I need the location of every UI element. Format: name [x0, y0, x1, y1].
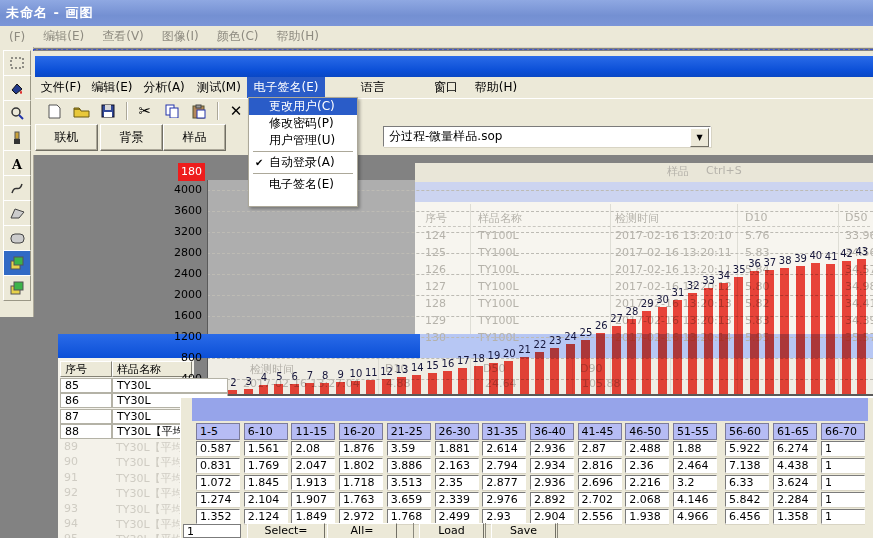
- sample-row-id[interactable]: 85: [60, 378, 112, 393]
- percent-cell[interactable]: 5.842: [725, 492, 769, 507]
- percent-cell[interactable]: 1.358: [773, 509, 817, 524]
- percent-cell[interactable]: 2.614: [482, 441, 526, 456]
- paint-menu-4[interactable]: 颜色(C): [208, 28, 268, 45]
- percent-cell[interactable]: 1.274: [196, 492, 240, 507]
- percent-cell[interactable]: 4.146: [673, 492, 717, 507]
- percent-cell[interactable]: 3.659: [387, 492, 431, 507]
- paint-menu-1[interactable]: 编辑(E): [34, 28, 93, 45]
- percent-cell[interactable]: 2.124: [244, 509, 288, 524]
- paint-menu-3[interactable]: 图像(I): [153, 28, 208, 45]
- toolbar-cut-icon[interactable]: ✂: [134, 102, 156, 121]
- percent-cell[interactable]: 3.2: [673, 475, 717, 490]
- percent-cell[interactable]: 2.35: [435, 475, 479, 490]
- percent-cell[interactable]: 2.892: [530, 492, 574, 507]
- percent-cell[interactable]: 2.877: [482, 475, 526, 490]
- percent-cell[interactable]: 1: [821, 475, 865, 490]
- toolbar-paste-icon[interactable]: [188, 102, 210, 121]
- sop-combobox[interactable]: 分过程-微量样品.sop ▼: [383, 126, 711, 147]
- percent-cell[interactable]: 2.068: [625, 492, 669, 507]
- signature-menu-item-4[interactable]: 电子签名(E): [249, 176, 357, 193]
- bottom-button-Save[interactable]: Save: [491, 523, 556, 538]
- paint-tool-object-cube-2-icon[interactable]: [3, 275, 31, 301]
- percent-cell[interactable]: 2.464: [673, 458, 717, 473]
- percent-cell[interactable]: 1.876: [339, 441, 383, 456]
- sample-row-id[interactable]: 88: [60, 424, 112, 439]
- app-menu-0[interactable]: 文件(F): [39, 77, 83, 98]
- app-menu-6[interactable]: 窗口(W): [425, 77, 467, 98]
- app-button-背景[interactable]: 背景: [100, 124, 163, 151]
- percent-cell[interactable]: 1.763: [339, 492, 383, 507]
- app-button-联机[interactable]: 联机: [35, 124, 98, 151]
- app-menu-5[interactable]: 语言(Language): [333, 77, 413, 98]
- percent-cell[interactable]: 1.913: [291, 475, 335, 490]
- sample-row-id[interactable]: 86: [60, 393, 112, 408]
- percent-cell[interactable]: 1: [821, 441, 865, 456]
- percent-cell[interactable]: 2.163: [435, 458, 479, 473]
- percent-cell[interactable]: 3.59: [387, 441, 431, 456]
- paint-tool-curve-icon[interactable]: [3, 175, 31, 201]
- percent-cell[interactable]: 2.904: [530, 509, 574, 524]
- paint-tool-fill-icon[interactable]: [3, 75, 31, 101]
- paint-tool-brush-icon[interactable]: [3, 125, 31, 151]
- signature-menu-item-1[interactable]: 修改密码(P): [249, 115, 357, 132]
- app-menu-4[interactable]: 电子签名(E): [247, 77, 325, 98]
- percent-cell[interactable]: 6.456: [725, 509, 769, 524]
- percent-cell[interactable]: 1.072: [196, 475, 240, 490]
- percent-cell[interactable]: 2.702: [578, 492, 622, 507]
- count-input[interactable]: 1: [183, 524, 241, 538]
- percent-cell[interactable]: 4.966: [673, 509, 717, 524]
- percent-cell[interactable]: 1.881: [435, 441, 479, 456]
- percent-cell[interactable]: 1.769: [244, 458, 288, 473]
- bottom-button-Select[interactable]: Select=: [247, 523, 325, 538]
- toolbar-delete-icon[interactable]: ✕: [225, 102, 247, 121]
- percent-cell[interactable]: 7.138: [725, 458, 769, 473]
- percent-cell[interactable]: 2.047: [291, 458, 335, 473]
- combobox-dropdown-icon[interactable]: ▼: [690, 128, 709, 147]
- percent-cell[interactable]: 1.718: [339, 475, 383, 490]
- signature-menu-item-2[interactable]: 用户管理(U): [249, 132, 357, 149]
- percent-cell[interactable]: 2.934: [530, 458, 574, 473]
- paint-menu-2[interactable]: 查看(V): [93, 28, 153, 45]
- percent-cell[interactable]: 1.907: [291, 492, 335, 507]
- percent-cell[interactable]: 2.499: [435, 509, 479, 524]
- percent-cell[interactable]: 2.972: [339, 509, 383, 524]
- percent-cell[interactable]: 2.936: [530, 475, 574, 490]
- bottom-button-Load[interactable]: Load: [419, 523, 484, 538]
- percent-cell[interactable]: 2.488: [625, 441, 669, 456]
- percent-cell[interactable]: 2.816: [578, 458, 622, 473]
- paint-tool-select-icon[interactable]: [3, 50, 31, 76]
- percent-cell[interactable]: 2.36: [625, 458, 669, 473]
- percent-cell[interactable]: 3.624: [773, 475, 817, 490]
- percent-cell[interactable]: 2.794: [482, 458, 526, 473]
- percent-cell[interactable]: 2.696: [578, 475, 622, 490]
- toolbar-copy-icon[interactable]: [161, 102, 183, 121]
- percent-cell[interactable]: 2.08: [291, 441, 335, 456]
- percent-cell[interactable]: 5.922: [725, 441, 769, 456]
- signature-menu-item-3[interactable]: 自动登录(A)✔: [249, 154, 357, 171]
- percent-cell[interactable]: 1.849: [291, 509, 335, 524]
- percent-cell[interactable]: 1: [821, 458, 865, 473]
- percent-cell[interactable]: 6.274: [773, 441, 817, 456]
- percent-cell[interactable]: 2.976: [482, 492, 526, 507]
- percent-cell[interactable]: 3.513: [387, 475, 431, 490]
- app-button-样品[interactable]: 样品: [163, 124, 226, 151]
- percent-cell[interactable]: 1.845: [244, 475, 288, 490]
- paint-menu-0[interactable]: (F): [0, 30, 34, 44]
- percent-cell[interactable]: 4.438: [773, 458, 817, 473]
- percent-cell[interactable]: 1: [821, 492, 865, 507]
- paint-menu-5[interactable]: 帮助(H): [267, 28, 327, 45]
- toolbar-new-icon[interactable]: [43, 102, 65, 121]
- toolbar-save-icon[interactable]: [97, 102, 119, 121]
- percent-cell[interactable]: 2.339: [435, 492, 479, 507]
- paint-tool-rounded-rect-icon[interactable]: [3, 225, 31, 251]
- toolbar-open-icon[interactable]: [70, 102, 92, 121]
- percent-cell[interactable]: 1.561: [244, 441, 288, 456]
- percent-cell[interactable]: 1.802: [339, 458, 383, 473]
- percent-cell[interactable]: 0.831: [196, 458, 240, 473]
- percent-cell[interactable]: 1: [821, 509, 865, 524]
- percent-cell[interactable]: 2.284: [773, 492, 817, 507]
- percent-cell[interactable]: 2.936: [530, 441, 574, 456]
- app-menu-7[interactable]: 帮助(H): [473, 77, 519, 98]
- signature-menu-item-0[interactable]: 更改用户(C): [249, 98, 357, 115]
- paint-tool-object-cube-icon[interactable]: [3, 250, 31, 276]
